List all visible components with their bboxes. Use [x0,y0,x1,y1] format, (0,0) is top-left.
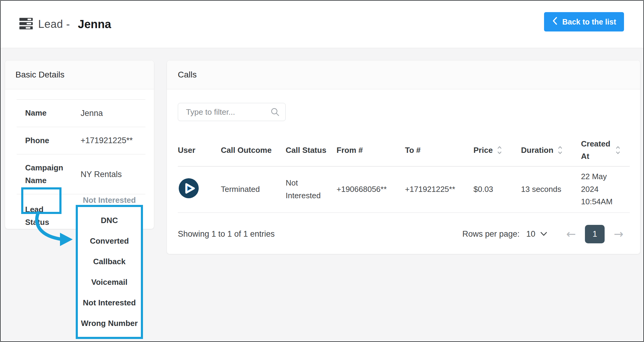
lead-status-option-converted[interactable]: Converted [78,236,141,246]
calls-header: Calls [167,61,640,89]
field-row-phone: Phone +171921225** [17,127,145,155]
basic-details-header: Basic Details [5,61,154,89]
column-header-duration[interactable]: Duration [521,134,581,166]
campaign-name-label: Campaign Name [25,162,66,187]
top-bar: Lead - Jenna Back to the list [1,1,643,48]
cell-user [178,166,221,212]
sort-icon[interactable] [616,146,620,155]
name-value: Jenna [66,107,145,120]
back-to-list-button[interactable]: Back to the list [544,12,624,31]
sort-icon[interactable] [497,146,502,155]
lead-status-options-box: DNC Converted Callback Voicemail Not Int… [76,205,143,339]
chevron-left-icon [552,17,558,27]
play-recording-icon[interactable] [178,177,200,199]
basic-details-title: Basic Details [15,70,65,80]
previous-page-button[interactable]: ← [566,228,576,240]
lead-status-option-not-interested[interactable]: Not Interested [78,298,141,307]
cell-call-outcome: Terminated [221,166,286,212]
lead-status-option-wrong-number[interactable]: Wrong Number [78,319,141,328]
table-row: Terminated Not Interested +190668056** +… [178,166,630,212]
rows-per-page-value[interactable]: 10 [526,229,535,239]
lead-name: Jenna [78,18,111,31]
column-header-from: From # [337,134,405,166]
column-header-created-at[interactable]: Created At [581,134,630,166]
cell-created-at: 22 May 2024 10:54AM [581,166,630,212]
phone-value: +171921225** [66,134,145,147]
rows-per-page-label: Rows per page: [462,229,520,239]
field-row-name: Name Jenna [17,100,145,127]
lead-detail-page: Lead - Jenna Back to the list Basic Deta… [0,0,644,342]
annotation-arrow-icon [28,210,78,249]
table-header-row: User Call Outcome Call Status From # To … [178,134,630,166]
table-footer: Showing 1 to 1 of 1 entries Rows per pag… [167,213,640,255]
chevron-down-icon[interactable] [540,232,547,236]
column-header-price[interactable]: Price [473,134,521,166]
page-title-prefix: Lead - [38,18,70,31]
page-title: Lead - Jenna [19,18,111,31]
lead-status-option-dnc[interactable]: DNC [78,216,141,225]
lead-status-highlight-box [21,187,61,214]
column-header-user: User [178,134,221,166]
column-header-call-outcome: Call Outcome [221,134,286,166]
sort-icon[interactable] [558,146,563,155]
calls-card: Calls User C [167,60,640,254]
lead-status-option-voicemail[interactable]: Voicemail [78,278,141,287]
cell-duration: 13 seconds [521,166,581,212]
cell-from-number: +190668056** [337,166,405,212]
entries-summary: Showing 1 to 1 of 1 entries [178,229,275,239]
phone-label: Phone [25,134,66,147]
column-header-to: To # [405,134,473,166]
calls-table: User Call Outcome Call Status From # To … [178,134,630,213]
cell-call-status: Not Interested [286,166,337,212]
column-header-call-status: Call Status [286,134,337,166]
calls-filter [178,103,286,121]
lead-list-icon [19,18,33,31]
pager: ← 1 → [566,225,623,243]
back-button-label: Back to the list [562,18,616,26]
search-icon [271,107,280,118]
cell-price: $0.03 [473,166,521,212]
filter-input[interactable] [178,103,286,121]
name-label: Name [25,107,66,120]
cell-to-number: +171921225** [405,166,473,212]
pagination-controls: Rows per page: 10 ← 1 → [462,225,623,243]
lead-status-current-value: Not Interested [76,196,143,205]
current-page-button[interactable]: 1 [585,225,605,243]
next-page-button[interactable]: → [614,228,623,240]
campaign-name-value: NY Rentals [66,168,145,181]
lead-status-option-callback[interactable]: Callback [78,257,141,266]
calls-title: Calls [178,70,197,80]
